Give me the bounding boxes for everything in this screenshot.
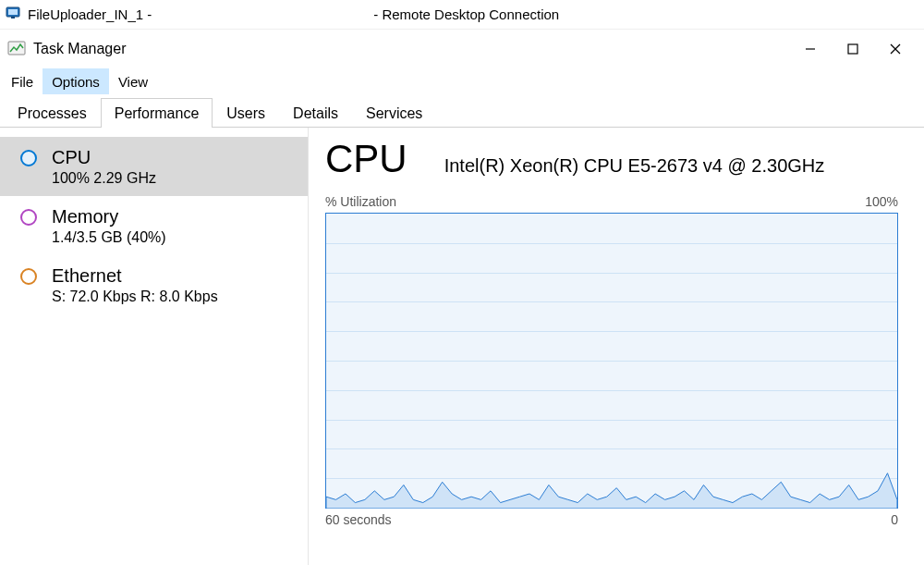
tab-bar: Processes Performance Users Details Serv…	[0, 94, 924, 128]
chart-top-right-label: 100%	[865, 194, 898, 209]
sidebar-memory-sub: 1.4/3.5 GB (40%)	[52, 229, 166, 246]
sidebar-item-cpu[interactable]: CPU 100% 2.29 GHz	[0, 137, 308, 196]
rdp-connection-title: - Remote Desktop Connection	[373, 6, 559, 22]
task-manager-icon	[7, 39, 26, 60]
cpu-chart-svg	[326, 214, 897, 509]
svg-rect-5	[848, 44, 857, 54]
main-heading: CPU	[325, 137, 407, 181]
main-panel: CPU Intel(R) Xeon(R) CPU E5-2673 v4 @ 2.…	[309, 128, 924, 565]
rdp-icon	[6, 5, 22, 24]
sidebar-item-memory[interactable]: Memory 1.4/3.5 GB (40%)	[0, 196, 308, 255]
menu-bar: File Options View	[0, 68, 924, 94]
tab-services[interactable]: Services	[352, 98, 436, 128]
menu-view[interactable]: View	[109, 68, 157, 94]
sidebar-cpu-sub: 100% 2.29 GHz	[52, 170, 156, 187]
menu-file[interactable]: File	[2, 68, 43, 94]
rdp-title-bar: FileUploader_IN_1 - - Remote Desktop Con…	[0, 0, 924, 30]
maximize-button[interactable]	[832, 30, 874, 68]
task-manager-title-bar: Task Manager	[0, 30, 924, 68]
window-title: Task Manager	[33, 41, 127, 57]
tab-processes[interactable]: Processes	[4, 98, 101, 128]
cpu-utilization-chart	[325, 213, 898, 509]
cpu-ring-icon	[20, 150, 37, 166]
sidebar-ethernet-sub: S: 72.0 Kbps R: 8.0 Kbps	[52, 289, 218, 305]
ethernet-ring-icon	[20, 268, 37, 285]
memory-ring-icon	[20, 209, 37, 226]
sidebar-ethernet-label: Ethernet	[52, 264, 218, 287]
tab-users[interactable]: Users	[213, 98, 279, 128]
svg-rect-1	[8, 9, 18, 15]
close-button[interactable]	[874, 30, 917, 68]
chart-bottom-left-label: 60 seconds	[325, 512, 392, 527]
minimize-button[interactable]	[789, 30, 832, 68]
svg-rect-2	[11, 17, 15, 18]
chart-top-left-label: % Utilization	[325, 194, 396, 209]
chart-bottom-right-label: 0	[891, 512, 898, 527]
sidebar-item-ethernet[interactable]: Ethernet S: 72.0 Kbps R: 8.0 Kbps	[0, 255, 308, 314]
tab-performance[interactable]: Performance	[101, 98, 213, 128]
cpu-model: Intel(R) Xeon(R) CPU E5-2673 v4 @ 2.30GH…	[444, 155, 825, 177]
menu-options[interactable]: Options	[43, 68, 109, 94]
sidebar-cpu-label: CPU	[52, 146, 156, 168]
tab-details[interactable]: Details	[279, 98, 352, 128]
rdp-machine-name: FileUploader_IN_1 -	[28, 6, 152, 22]
performance-sidebar: CPU 100% 2.29 GHz Memory 1.4/3.5 GB (40%…	[0, 128, 309, 565]
sidebar-memory-label: Memory	[52, 205, 166, 227]
content-area: CPU 100% 2.29 GHz Memory 1.4/3.5 GB (40%…	[0, 128, 924, 565]
